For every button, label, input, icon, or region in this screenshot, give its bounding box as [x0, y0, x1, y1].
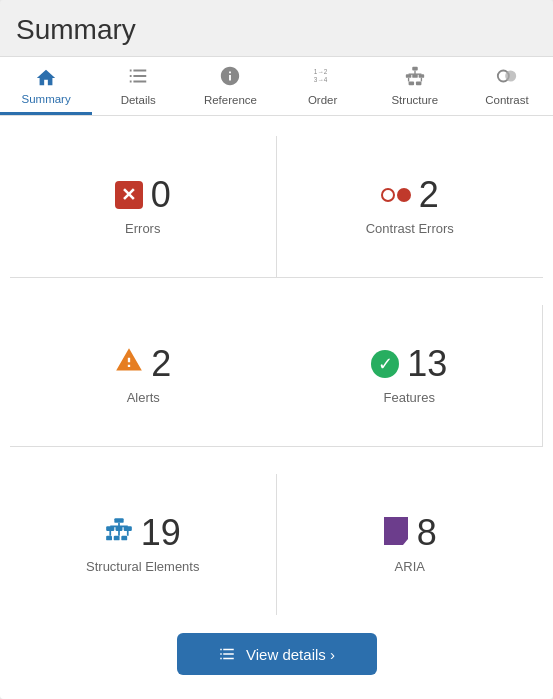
structural-value-row: 19 [105, 515, 181, 551]
contrast-errors-count: 2 [419, 177, 439, 213]
tab-reference[interactable]: Reference [184, 57, 276, 115]
contrast-errors-cell: 2 Contrast Errors [277, 136, 544, 277]
structure-icon [404, 65, 426, 90]
list-icon [127, 65, 149, 90]
view-details-button[interactable]: View details › [177, 633, 377, 675]
aria-cell: 8 ARIA [277, 474, 544, 615]
tab-structure[interactable]: Structure [369, 57, 461, 115]
aria-count: 8 [417, 515, 437, 551]
alerts-count: 2 [151, 346, 171, 382]
tab-contrast[interactable]: Contrast [461, 57, 553, 115]
main-panel: Summary Summary Details [0, 0, 553, 699]
tab-order-label: Order [308, 94, 337, 106]
aria-value-row: 8 [383, 515, 437, 551]
svg-text:1→2: 1→2 [313, 68, 327, 75]
tab-summary[interactable]: Summary [0, 57, 92, 115]
svg-rect-7 [416, 82, 422, 86]
contrast-errors-icon [381, 188, 411, 202]
alerts-value-row: 2 [115, 346, 171, 382]
features-label: Features [384, 390, 435, 405]
svg-rect-20 [121, 535, 127, 540]
svg-point-13 [505, 71, 516, 82]
errors-label: Errors [125, 221, 160, 236]
tab-reference-label: Reference [204, 94, 257, 106]
contrast-errors-value-row: 2 [381, 177, 439, 213]
view-details-icon [218, 645, 236, 663]
aria-icon [383, 517, 409, 549]
svg-rect-19 [113, 535, 119, 540]
errors-value-row: ✕ 0 [115, 177, 171, 213]
contrast-icon [496, 65, 518, 90]
structural-icon [105, 517, 133, 549]
home-icon [35, 67, 57, 89]
svg-rect-18 [106, 535, 112, 540]
alerts-label: Alerts [127, 390, 160, 405]
row-divider-2 [10, 446, 543, 447]
info-icon [219, 65, 241, 90]
svg-rect-2 [412, 67, 418, 71]
features-count: 13 [407, 346, 447, 382]
feature-icon: ✓ [371, 350, 399, 378]
alert-icon [115, 346, 143, 381]
stats-grid: ✕ 0 Errors 2 Contrast Errors [10, 136, 543, 615]
features-cell: ✓ 13 Features [277, 305, 544, 446]
tab-contrast-label: Contrast [485, 94, 528, 106]
order-icon: 1→2 3→4 [312, 65, 334, 90]
errors-cell: ✕ 0 Errors [10, 136, 277, 277]
features-value-row: ✓ 13 [371, 346, 447, 382]
svg-marker-26 [384, 517, 408, 545]
tab-summary-label: Summary [21, 93, 70, 105]
svg-rect-14 [114, 518, 123, 523]
view-details-label: View details › [246, 646, 335, 663]
main-content: ✕ 0 Errors 2 Contrast Errors [0, 116, 553, 699]
tab-order[interactable]: 1→2 3→4 Order [277, 57, 369, 115]
alerts-cell: 2 Alerts [10, 305, 277, 446]
contrast-errors-label: Contrast Errors [366, 221, 454, 236]
svg-rect-6 [408, 82, 414, 86]
structural-cell: 19 Structural Elements [10, 474, 277, 615]
error-icon: ✕ [115, 181, 143, 209]
svg-text:3→4: 3→4 [313, 76, 327, 83]
row-divider-1 [10, 277, 543, 278]
structural-label: Structural Elements [86, 559, 199, 574]
errors-count: 0 [151, 177, 171, 213]
tab-structure-label: Structure [391, 94, 438, 106]
aria-label: ARIA [395, 559, 425, 574]
tab-bar: Summary Details Reference 1→2 [0, 56, 553, 116]
structural-count: 19 [141, 515, 181, 551]
tab-details-label: Details [121, 94, 156, 106]
page-title: Summary [0, 0, 553, 56]
tab-details[interactable]: Details [92, 57, 184, 115]
